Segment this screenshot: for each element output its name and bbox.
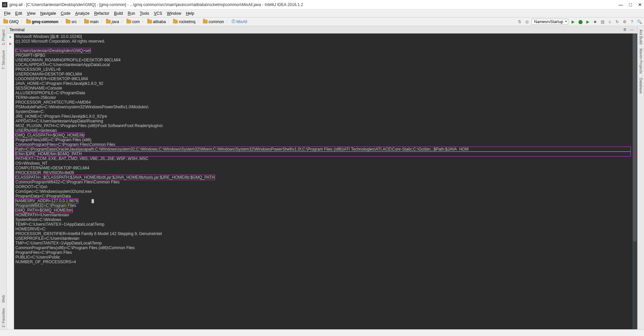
close-button[interactable]: ✕ [638,2,642,7]
menu-help[interactable]: Help [184,10,196,16]
menu-analyze[interactable]: Analyze [73,10,92,16]
chevron-right-icon: 〉 [79,19,82,24]
folder-icon [3,20,8,23]
new-session-button[interactable]: + [8,35,13,40]
terminal-line: USERDOMAIN=DESKTOP-99CLMI4 [15,72,631,76]
target-icon[interactable]: ◎ [524,19,530,24]
terminal-cursor [92,199,94,203]
terminal-line: TMP=C:\Users\TANTEX~1\AppData\Local\Temp [15,241,631,245]
terminal-line: Path=C:\ProgramData\Oracle\Java\javapath… [15,147,631,152]
gear-icon[interactable]: ⚙ [623,27,628,32]
menu-view[interactable]: View [25,10,38,16]
chevron-right-icon: 〉 [198,19,201,24]
terminal-output[interactable]: Microsoft Windows [版本 10.0.10240](c) 201… [14,34,632,329]
tab-project[interactable]: 1: Project [1,27,6,47]
help-icon[interactable]: ? [629,19,635,24]
menu-file[interactable]: File [2,10,12,16]
chevron-right-icon: 〉 [60,19,64,24]
run-icon[interactable]: ▶ [570,19,576,24]
crumb-common[interactable]: common [202,19,225,24]
terminal-toolbar: + × [7,34,14,329]
maximize-button[interactable]: □ [629,2,632,7]
breadcrumb: GMQ〉gmq-common〉src〉main〉java〉com〉alibaba… [2,18,517,25]
sync-icon[interactable]: ⇅ [517,19,522,24]
terminal-line: E/bin:$JRE_HOME/bin:$GMQ_PATH [15,152,631,156]
terminal-line: LOCALAPPDATA=C:\Users\tantexian\AppData\… [15,62,631,67]
tab-structure[interactable]: 7: Structure [1,48,6,71]
terminal-scrollbar[interactable] [632,34,637,329]
terminal-line: CommonProgramW6432=C:\Program Files\Comm… [15,180,631,184]
chevron-right-icon: 〉 [121,19,124,24]
chevron-right-icon: 〉 [168,19,171,24]
folder-icon [26,20,31,23]
terminal-line: PUBLIC=C:\Users\Public [15,255,631,260]
terminal-line: PROCESSOR_ARCHITECTURE=AMD64 [15,100,631,105]
menu-refactor[interactable]: Refactor [92,10,111,16]
menu-code[interactable]: Code [59,10,72,16]
menu-tools[interactable]: Tools [138,10,151,16]
terminal-line: PSModulePath=C:\Windows\system32\Windows… [15,105,631,109]
chevron-right-icon: 〉 [142,19,145,24]
terminal-line: PROCESSOR_REVISION=8e09 [15,170,631,175]
tab-database[interactable]: Database [638,76,644,96]
terminal-line: GOROOT=C:\Go\ [15,184,631,189]
minimize-tool-icon[interactable]: — [630,27,635,32]
crumb-gmq-common[interactable]: gmq-common [25,19,60,24]
crumb-mixall[interactable]: Ⓒ MixAll [230,18,249,25]
crumb-label: GMQ [9,19,19,24]
tab-maven[interactable]: Maven Projects [638,46,644,76]
terminal-line: TERM=xterm-256color [15,95,631,100]
tab-favorites[interactable]: 2: Favorites [1,306,6,329]
crumb-gmq[interactable]: GMQ [2,19,20,24]
tool-window-header: Terminal ⚙ — [7,26,637,34]
terminal-line: SystemRoot=C:\Windows [15,217,631,222]
terminal-line: ProgramFiles(x86)=C:\Program Files (x86) [15,137,631,142]
menu-window[interactable]: Window [165,10,183,16]
stop-icon[interactable]: ■ [592,19,598,24]
vcs-icon[interactable]: ⎌ [607,19,612,24]
crumb-com[interactable]: com [125,19,141,24]
crumb-rocketmq[interactable]: rocketmq [172,19,197,24]
menu-build[interactable]: Build [112,10,125,16]
terminal-line: CommonProgramFiles=C:\Program Files\Comm… [15,142,631,147]
terminal-line: NUMBER_OF_PROCESSORS=4 [15,260,631,264]
chevron-right-icon: 〉 [21,19,24,24]
terminal-line: USERDOMAIN_ROAMINGPROFILE=DESKTOP-99CLMI… [15,58,631,62]
terminal-line: HOMEDRIVE=C: [15,227,631,231]
tab-web[interactable]: Web [1,293,6,304]
terminal-line: Microsoft Windows [版本 10.0.10240] [15,34,631,39]
terminal-line: PROMPT=$P$G [15,53,631,58]
terminal-line: USERNAME=tantexian [15,128,631,133]
menu-run[interactable]: Run [126,10,137,16]
folder-icon [84,20,89,23]
terminal-line: GMQ_CLASSPATH=$GMQ_HOME/lib [15,133,631,137]
folder-icon [66,20,70,23]
terminal-line: ALLUSERSPROFILE=C:\ProgramData [15,91,631,95]
terminal-line: JAVA_HOME=C:\Program Files\Java\jdk1.8.0… [15,81,631,86]
settings-icon[interactable]: ⚙ [622,19,627,24]
minimize-button[interactable]: — [619,2,623,7]
menu-edit[interactable]: Edit [13,10,24,16]
layout-icon[interactable]: ▤ [600,19,605,24]
chevron-right-icon: 〉 [101,19,104,24]
tab-ant-build[interactable]: Ant Build [638,27,644,46]
debug-icon[interactable]: ⬤ [578,19,583,24]
menu-vcs[interactable]: VCS [152,10,164,16]
search-icon[interactable]: 🔍 [637,19,642,24]
coverage-icon[interactable]: ▶ [585,19,590,24]
close-session-button[interactable]: × [8,42,13,46]
menu-navigate[interactable]: Navigate [38,10,58,16]
terminal-line: CLASSPATH=.:$CLASSPATH:$JAVA_HOME/lib/dt… [15,175,631,180]
crumb-src[interactable]: src [64,19,78,24]
terminal-line [15,44,631,48]
terminal-line: PATHEXT=.COM;.EXE;.BAT;.CMD;.VBS;.VBE;.J… [15,156,631,161]
window-title: gmq-all - [C:\Users\tantexian\Desktop\de… [9,2,619,7]
chevron-right-icon: 〉 [226,19,229,24]
crumb-java[interactable]: java [105,19,120,24]
crumb-main[interactable]: main [83,19,100,24]
run-config-selector[interactable]: NamesrvStartup [532,19,568,25]
crumb-label: main [90,19,99,24]
terminal-line: OS=Windows_NT [15,161,631,166]
update-icon[interactable]: ↻ [614,19,620,24]
crumb-alibaba[interactable]: alibaba [146,19,167,24]
